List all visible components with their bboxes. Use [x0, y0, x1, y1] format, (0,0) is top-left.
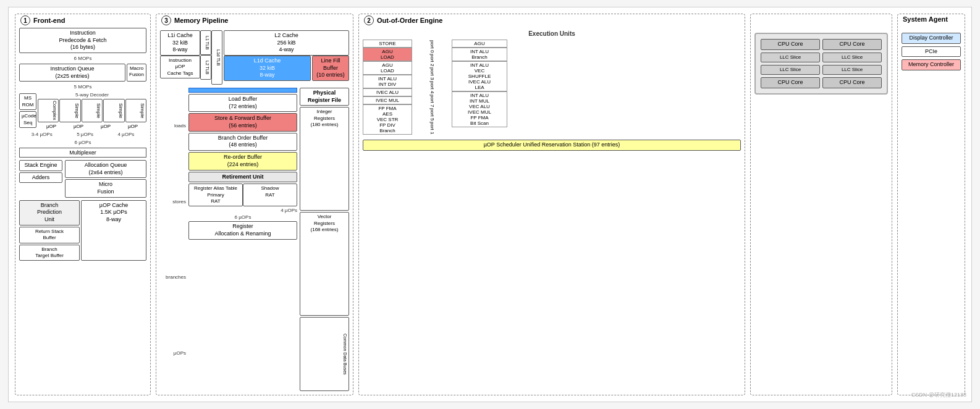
branch-pred-col: BranchPredictionUnit Return StackBuffer … [19, 200, 80, 261]
branches-label: branches [166, 274, 186, 280]
cpu-core-br: CPU Core [822, 77, 882, 88]
macro-fusion: MacroFusion [127, 64, 146, 82]
memory-pipeline-section: 3 Memory Pipeline L1i Cache32 kiB8-way I… [156, 14, 353, 395]
ooo-section: 2 Out-of-Order Engine Execution Units ST… [358, 14, 745, 395]
system-agent-boxes: Display Controller PCIe Memory Controlle… [902, 33, 961, 70]
instruction-uop: InstructionµOPCache Tags [160, 56, 200, 78]
store-forward: Store & Forward Buffer(56 entries) [188, 113, 297, 131]
simple1-decoder: Simple [59, 99, 80, 122]
memory-controller: Memory Controller [902, 59, 961, 70]
l1d-cache: L1d Cache32 kiB8-way [224, 56, 311, 81]
eu-agu-load2: AGULOAD [363, 61, 412, 75]
simple2-decoder: Simple [82, 99, 103, 122]
llc-slice-br: LLC Slice [822, 65, 882, 75]
mops-5b: 5 µOPs [77, 132, 93, 137]
stack-engine-col: Stack Engine Adders [19, 160, 62, 198]
decoder-units: Complex Simple Simple Simple Simple [38, 99, 146, 122]
uop-cache: µOP Cache1.5K µOPs8-way [81, 200, 146, 261]
port3-label: port 3 [429, 67, 435, 80]
llc-slice-tr: LLC Slice [822, 53, 882, 62]
mops-row: 3-4 µOPs 5 µOPs 4 µOPs [19, 132, 146, 137]
instruction-queue: Instruction Queue(2x25 entries) [19, 64, 125, 82]
frontend-section: 1 Front-end InstructionPredecode & Fetch… [15, 14, 151, 395]
instruction-queue-row: Instruction Queue(2x25 entries) MacroFus… [19, 64, 146, 82]
port7-label: port 7 [429, 95, 435, 107]
exec-left-col: STORE AGULOAD AGULOAD INT ALUINT DIV IVE… [363, 40, 412, 135]
llc-slice-bl: LLC Slice [761, 65, 820, 75]
memory-pipeline-label: 3 Memory Pipeline [161, 15, 228, 25]
port5-label: port 5 [429, 108, 435, 120]
reorder-buffer: Re-order Buffer(224 entries) [188, 152, 297, 170]
exec-units-label: Execution Units [363, 30, 741, 37]
port4-label: port 4 [429, 81, 435, 93]
instruction-prefetch: InstructionPredecode & Fetch(16 bytes) [19, 28, 146, 53]
mops-6-label: 6 MOPs [19, 56, 146, 61]
l1d-tlb: L1d TLB [211, 30, 222, 85]
multiplexer: Multiplexer [19, 148, 146, 158]
line-fill-buffer: Line FillBuffer(10 entries) [312, 56, 349, 81]
mp-num: 3 [161, 15, 171, 25]
flow-labels: loads stores branches µOPs [160, 88, 186, 391]
eu-agu-right: AGU [452, 40, 507, 48]
muops-label: µOPs [174, 350, 186, 356]
llc-slice-tl: LLC Slice [761, 53, 820, 62]
phys-reg-col: PhysicalRegister File IntegerRegisters(1… [300, 88, 349, 391]
int-registers: IntegerRegisters(180 entries) [300, 107, 349, 211]
adders: Adders [19, 172, 62, 183]
frontend-label: 1 Front-end [20, 15, 65, 25]
branch-uop-row: BranchPredictionUnit Return StackBuffer … [19, 200, 146, 261]
system-agent-section: System Agent Display Controller PCIe Mem… [897, 14, 965, 395]
reg-alloc: RegisterAllocation & Renaming [188, 221, 297, 239]
eu-ivec-alu1: IVEC ALU [363, 88, 412, 96]
simple3-decoder: Simple [103, 99, 124, 122]
mops-6c: 6 µOPs [188, 214, 297, 220]
data-bus-bar [188, 88, 297, 93]
l2-cache: L2 Cache256 kiB4-way [224, 30, 349, 56]
frontend-num: 1 [20, 15, 30, 25]
ooo-num: 2 [364, 15, 374, 25]
exec-units-grid: STORE AGULOAD AGULOAD INT ALUINT DIV IVE… [363, 40, 741, 135]
port1-label: port 1 [429, 122, 435, 134]
decoder-row: MSROM µCodeSeq 5-way Decoder Complex Sim… [19, 92, 146, 129]
port-labels: port 0 port 2 port 3 port 4 port 7 port … [413, 40, 450, 135]
l1d-lfb-row: L1d Cache32 kiB8-way Line FillBuffer(10 … [224, 56, 349, 81]
decoder-col: 5-way Decoder Complex Simple Simple Simp… [38, 92, 146, 129]
eu-agu-load1: AGULOAD [363, 48, 412, 61]
common-data-buses: Common Data Buses [300, 317, 349, 391]
scheduler: µOP Scheduler Unified Reservation Statio… [363, 140, 741, 151]
system-agent-label: System Agent [903, 15, 948, 23]
mops-6b: 6 µOPs [19, 140, 146, 145]
tlb-col: L1 TLB L2 TLB [200, 30, 211, 85]
port0-label: port 0 [429, 40, 435, 53]
eu-int-alu: INT ALUINT DIV [363, 75, 412, 88]
retirement-unit: Retirement Unit [188, 172, 297, 183]
main-container: 1 Front-end InstructionPredecode & Fetch… [8, 7, 972, 402]
phys-reg-file: PhysicalRegister File [300, 88, 349, 106]
branch-target: BranchTarget Buffer [19, 245, 80, 261]
alloc-queue: Allocation Queue(2x64 entries) [65, 160, 146, 178]
chip-grid: CPU Core CPU Core LLC Slice LLC Slice LL… [754, 33, 888, 95]
complex-decoder: Complex [38, 99, 59, 122]
branch-order: Branch Order Buffer(48 entries) [188, 133, 297, 151]
branch-pred: BranchPredictionUnit [19, 200, 80, 226]
eu-ivec-mul1: IVEC MUL [363, 96, 412, 104]
simple4-decoder: Simple [125, 99, 146, 122]
mops-5-label: 5 MOPs [19, 84, 146, 90]
l1i-tlb-col: L1i Cache32 kiB8-way InstructionµOPCache… [160, 30, 222, 85]
l2-cache-col: L2 Cache256 kiB4-way L1d Cache32 kiB8-wa… [224, 30, 349, 85]
pcie: PCIe [902, 46, 961, 57]
eu-int-alu-vec: INT ALUVECSHUFFLEIVEC ALULEA [452, 61, 507, 91]
eu-fp-fma1: FP FMAAESVEC STRFP DIVBranch [363, 104, 412, 135]
eu-int-mul: INT ALUINT MULVEC ALUIVEC MULFP FMABit S… [452, 91, 507, 127]
mops-4: 4 µOPs [117, 132, 134, 137]
port2-label: port 2 [429, 54, 435, 66]
cpu-core-tr: CPU Core [822, 39, 882, 50]
chip-diagram-section: CPU Core CPU Core LLC Slice LLC Slice LL… [750, 14, 892, 395]
decoder-label: 5-way Decoder [38, 92, 146, 98]
display-controller: Display Controller [902, 33, 961, 44]
loads-label: loads [174, 123, 186, 129]
caches-top-row: L1i Cache32 kiB8-way InstructionµOPCache… [160, 30, 349, 85]
l1-tlb: L1 TLB [200, 30, 211, 55]
l1i-cache: L1i Cache32 kiB8-way [160, 30, 200, 56]
exec-units-container: Execution Units STORE AGULOAD AGULOAD IN… [363, 30, 741, 135]
